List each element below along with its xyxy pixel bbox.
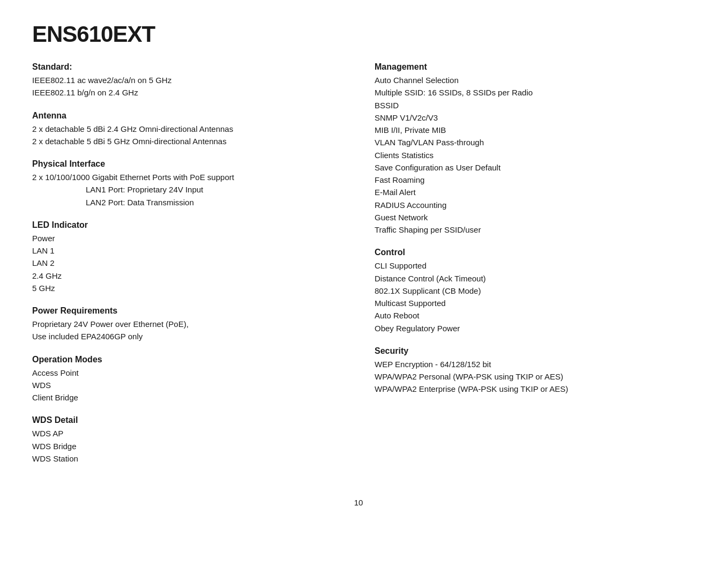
list-item: Guest Network xyxy=(375,211,685,224)
antenna-text: 2 x detachable 5 dBi 2.4 GHz Omni-direct… xyxy=(32,123,342,148)
page-number: 10 xyxy=(354,498,363,507)
led-indicator-list: Power LAN 1 LAN 2 2.4 GHz 5 GHz xyxy=(32,232,342,294)
list-item: Obey Regulatory Power xyxy=(375,322,685,334)
list-item: Save Configuration as User Default xyxy=(375,161,685,174)
section-power-requirements: Power Requirements Proprietary 24V Power… xyxy=(32,306,342,343)
control-list: CLI Supported Distance Control (Ack Time… xyxy=(375,259,685,334)
operation-modes-title: Operation Modes xyxy=(32,355,342,364)
section-security: Security WEP Encryption - 64/128/152 bit… xyxy=(375,346,685,396)
standard-line-1: IEEE802.11 ac wave2/ac/a/n on 5 GHz xyxy=(32,76,171,85)
power-requirements-text: Proprietary 24V Power over Ethernet (PoE… xyxy=(32,318,342,343)
physical-line-1: 2 x 10/100/1000 Gigabit Ethernet Ports w… xyxy=(32,173,234,182)
list-item: LAN 2 xyxy=(32,257,342,269)
list-item: Multiple SSID: 16 SSIDs, 8 SSIDs per Rad… xyxy=(375,86,685,99)
standard-title: Standard: xyxy=(32,62,342,72)
list-item: Traffic Shaping per SSID/user xyxy=(375,224,685,236)
list-item: VLAN Tag/VLAN Pass-through xyxy=(375,136,685,148)
section-led-indicator: LED Indicator Power LAN 1 LAN 2 2.4 GHz … xyxy=(32,220,342,294)
section-antenna: Antenna 2 x detachable 5 dBi 2.4 GHz Omn… xyxy=(32,111,342,148)
list-item: CLI Supported xyxy=(375,259,685,272)
antenna-line-1: 2 x detachable 5 dBi 2.4 GHz Omni-direct… xyxy=(32,124,233,133)
list-item: RADIUS Accounting xyxy=(375,199,685,211)
power-line-1: Proprietary 24V Power over Ethernet (PoE… xyxy=(32,319,189,329)
list-item: E-Mail Alert xyxy=(375,186,685,198)
management-list: Auto Channel Selection Multiple SSID: 16… xyxy=(375,74,685,236)
right-column: Management Auto Channel Selection Multip… xyxy=(375,62,685,477)
list-item: 2.4 GHz xyxy=(32,270,342,282)
list-item: WPA/WPA2 Enterprise (WPA-PSK using TKIP … xyxy=(375,383,685,395)
power-requirements-title: Power Requirements xyxy=(32,306,342,316)
list-item: Auto Channel Selection xyxy=(375,74,685,86)
section-wds-detail: WDS Detail WDS AP WDS Bridge WDS Station xyxy=(32,415,342,465)
security-list: WEP Encryption - 64/128/152 bit WPA/WPA2… xyxy=(375,358,685,396)
list-item: WDS AP xyxy=(32,427,342,440)
list-item: MIB I/II, Private MIB xyxy=(375,124,685,136)
section-standard: Standard: IEEE802.11 ac wave2/ac/a/n on … xyxy=(32,62,342,99)
section-control: Control CLI Supported Distance Control (… xyxy=(375,248,685,334)
list-item: WDS Station xyxy=(32,452,342,465)
list-item: 802.1X Supplicant (CB Mode) xyxy=(375,285,685,297)
physical-interface-title: Physical Interface xyxy=(32,159,342,169)
list-item: Distance Control (Ack Timeout) xyxy=(375,272,685,285)
security-title: Security xyxy=(375,346,685,356)
list-item: SNMP V1/V2c/V3 xyxy=(375,111,685,124)
list-item: Fast Roaming xyxy=(375,174,685,186)
content-wrapper: Standard: IEEE802.11 ac wave2/ac/a/n on … xyxy=(32,62,685,477)
led-indicator-title: LED Indicator xyxy=(32,220,342,230)
list-item: LAN 1 xyxy=(32,244,342,257)
operation-modes-list: Access Point WDS Client Bridge xyxy=(32,367,342,404)
standard-text: IEEE802.11 ac wave2/ac/a/n on 5 GHz IEEE… xyxy=(32,74,342,99)
section-operation-modes: Operation Modes Access Point WDS Client … xyxy=(32,355,342,404)
antenna-line-2: 2 x detachable 5 dBi 5 GHz Omni-directio… xyxy=(32,137,227,146)
page-footer: 10 xyxy=(32,498,685,507)
antenna-title: Antenna xyxy=(32,111,342,121)
wds-detail-title: WDS Detail xyxy=(32,415,342,425)
list-item: WDS xyxy=(32,379,342,391)
physical-indent-2: LAN2 Port: Data Transmission xyxy=(32,196,342,209)
list-item: BSSID xyxy=(375,99,685,111)
list-item: Auto Reboot xyxy=(375,309,685,322)
list-item: Multicast Supported xyxy=(375,297,685,309)
list-item: WEP Encryption - 64/128/152 bit xyxy=(375,358,685,370)
list-item: WDS Bridge xyxy=(32,440,342,452)
list-item: Clients Statistics xyxy=(375,149,685,161)
wds-detail-list: WDS AP WDS Bridge WDS Station xyxy=(32,427,342,465)
list-item: Access Point xyxy=(32,367,342,379)
list-item: Power xyxy=(32,232,342,244)
physical-indent-1: LAN1 Port: Proprietary 24V Input xyxy=(32,183,342,196)
section-physical-interface: Physical Interface 2 x 10/100/1000 Gigab… xyxy=(32,159,342,209)
list-item: 5 GHz xyxy=(32,282,342,294)
physical-interface-text: 2 x 10/100/1000 Gigabit Ethernet Ports w… xyxy=(32,171,342,209)
section-management: Management Auto Channel Selection Multip… xyxy=(375,62,685,236)
control-title: Control xyxy=(375,248,685,257)
management-title: Management xyxy=(375,62,685,72)
power-line-2: Use included EPA2406GP only xyxy=(32,332,143,341)
page-title: ENS610EXT xyxy=(32,21,685,47)
left-column: Standard: IEEE802.11 ac wave2/ac/a/n on … xyxy=(32,62,342,477)
list-item: WPA/WPA2 Personal (WPA-PSK using TKIP or… xyxy=(375,370,685,383)
list-item: Client Bridge xyxy=(32,391,342,404)
standard-line-2: IEEE802.11 b/g/n on 2.4 GHz xyxy=(32,88,138,97)
